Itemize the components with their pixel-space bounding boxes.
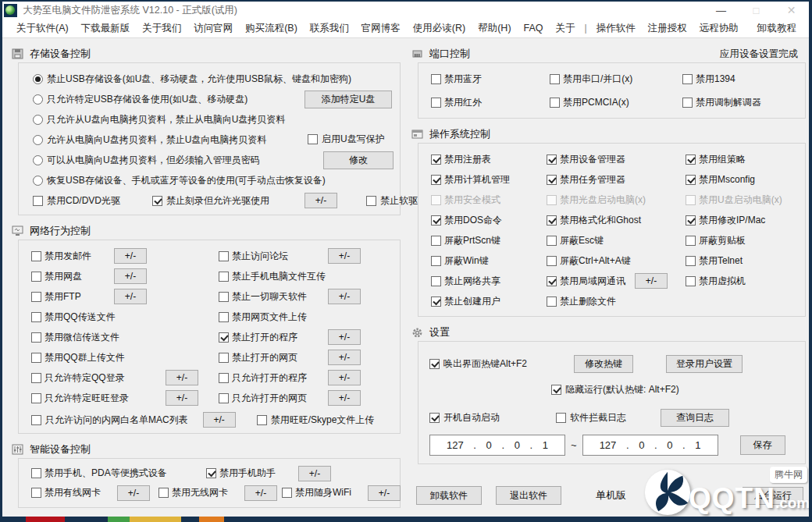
checkbox-row[interactable]: 禁用微信传送文件 bbox=[31, 330, 219, 344]
checkbox-row[interactable]: 禁用注册表 bbox=[431, 152, 547, 166]
menu-readme[interactable]: 使用必读(R) bbox=[407, 22, 472, 35]
auto-start-checkbox-row[interactable]: 开机自动启动 bbox=[429, 411, 500, 424]
checkbox[interactable] bbox=[366, 196, 376, 206]
checkbox-row[interactable]: 禁用网盘+/- bbox=[31, 269, 219, 283]
checkbox-row[interactable]: 禁用QQ群上传文件 bbox=[31, 350, 219, 364]
checkbox[interactable] bbox=[547, 195, 557, 205]
checkbox[interactable] bbox=[31, 272, 41, 282]
checkbox-row[interactable]: 禁用修改IP/Mac bbox=[686, 213, 805, 227]
radio-row-restore-devices[interactable]: 恢复USB存储设备、手机或蓝牙等设备的使用(可手动点击恢复设备) bbox=[25, 170, 394, 190]
checkbox-row[interactable]: 只允许特定旺旺登录+/- bbox=[31, 391, 219, 405]
menu-download-latest[interactable]: 下载最新版 bbox=[75, 22, 137, 35]
menu-remote-assist[interactable]: 远程协助 bbox=[693, 22, 745, 35]
checkbox-row[interactable]: 禁用组策略 bbox=[686, 152, 805, 166]
plusminus-button[interactable]: +/- bbox=[114, 248, 147, 264]
checkbox[interactable] bbox=[219, 393, 229, 403]
checkbox[interactable] bbox=[550, 74, 560, 84]
exit-software-button[interactable]: 退出软件 bbox=[496, 486, 561, 505]
checkbox-row[interactable]: 禁用手机助手+/- bbox=[206, 467, 400, 481]
checkbox[interactable] bbox=[31, 488, 41, 498]
checkbox-row[interactable]: 禁止网络共享 bbox=[431, 274, 547, 288]
checkbox[interactable] bbox=[686, 236, 696, 246]
checkbox-row[interactable]: 禁用光盘启动电脑(x) bbox=[547, 193, 686, 207]
checkbox-row[interactable]: 禁用红外 bbox=[431, 95, 550, 109]
radio-button[interactable] bbox=[33, 74, 43, 84]
usb-write-protect-row[interactable]: 启用U盘写保护 bbox=[308, 133, 385, 146]
checkbox-row[interactable]: 屏蔽Esc键 bbox=[547, 233, 686, 247]
menu-faq[interactable]: FAQ bbox=[518, 23, 550, 34]
checkbox[interactable] bbox=[431, 195, 441, 205]
checkbox-row[interactable]: 禁用虚拟机 bbox=[686, 274, 805, 288]
plusminus-button[interactable]: +/- bbox=[328, 350, 361, 365]
add-specific-usb-button[interactable]: 添加特定U盘 bbox=[304, 91, 392, 108]
checkbox-row[interactable]: 禁用1394 bbox=[682, 72, 805, 86]
checkbox[interactable] bbox=[31, 251, 41, 261]
checkbox[interactable] bbox=[551, 385, 561, 395]
checkbox-row[interactable]: 禁用Msconfig bbox=[686, 172, 805, 186]
menu-help[interactable]: 帮助(H) bbox=[472, 22, 517, 35]
checkbox-row[interactable]: 禁用格式化和Ghost bbox=[547, 213, 686, 227]
radio-row-usb-to-pc-only[interactable]: 只允许从U盘向电脑拷贝资料，禁止从电脑向U盘拷贝资料 bbox=[25, 109, 394, 130]
intercept-log-checkbox-row[interactable]: 软件拦截日志 bbox=[556, 411, 626, 424]
radio-button[interactable] bbox=[33, 176, 43, 186]
checkbox[interactable] bbox=[31, 373, 41, 383]
checkbox-row[interactable]: 禁止删除文件 bbox=[547, 294, 686, 308]
radio-button[interactable] bbox=[33, 155, 43, 165]
ip-range-end-input[interactable]: 127 . 0 . 0 . 1 bbox=[582, 435, 718, 456]
checkbox-row[interactable]: 禁用任务管理器 bbox=[547, 172, 686, 186]
radio-row-copy-with-password[interactable]: 可以从电脑向U盘拷贝资料，但必须输入管理员密码 修改 bbox=[25, 150, 394, 170]
modify-hotkey-button[interactable]: 修改热键 bbox=[574, 355, 633, 373]
menu-contact[interactable]: 联系我们 bbox=[304, 22, 355, 35]
checkbox[interactable] bbox=[31, 468, 41, 478]
checkbox[interactable] bbox=[550, 98, 560, 108]
checkbox-row[interactable]: 禁止创建用户 bbox=[431, 294, 547, 308]
plusminus-button[interactable]: +/- bbox=[328, 248, 361, 264]
checkbox[interactable] bbox=[547, 236, 557, 246]
checkbox[interactable] bbox=[219, 272, 229, 282]
hidden-run-checkbox-row[interactable]: 隐藏运行(默认热键: Alt+F2) bbox=[551, 383, 679, 396]
checkbox[interactable] bbox=[682, 74, 693, 84]
plusminus-button[interactable]: +/- bbox=[114, 289, 147, 304]
checkbox-row[interactable]: 只允许打开的程序+/- bbox=[219, 371, 400, 385]
checkbox-row[interactable]: 屏蔽Ctrl+Alt+A键 bbox=[547, 254, 686, 268]
plusminus-button[interactable]: +/- bbox=[244, 485, 277, 501]
checkbox-row[interactable]: 禁止打开的网页+/- bbox=[219, 350, 400, 364]
checkbox-row[interactable]: 禁用设备管理器 bbox=[547, 152, 686, 166]
checkbox[interactable] bbox=[31, 292, 41, 302]
checkbox[interactable] bbox=[31, 332, 41, 343]
menu-visit-site[interactable]: 访问官网 bbox=[187, 22, 239, 35]
menu-operate-software[interactable]: 操作软件 bbox=[590, 22, 642, 35]
checkbox[interactable] bbox=[257, 415, 267, 425]
checkbox-row[interactable]: 禁用串口/并口(x) bbox=[550, 72, 682, 86]
checkbox[interactable] bbox=[556, 413, 566, 423]
checkbox-row[interactable]: 屏蔽Win键 bbox=[431, 254, 547, 268]
checkbox-row[interactable]: 禁用计算机管理 bbox=[431, 172, 547, 186]
checkbox[interactable] bbox=[547, 175, 557, 185]
background-run-button[interactable]: 后台运行 bbox=[743, 487, 803, 505]
checkbox-row[interactable]: 只允许打开的网页+/- bbox=[219, 391, 400, 405]
menu-uninstall-tutorial[interactable]: 卸载教程 bbox=[753, 22, 801, 35]
checkbox-row[interactable]: 禁用FTP+/- bbox=[31, 289, 219, 304]
plusminus-button[interactable]: +/- bbox=[203, 412, 236, 428]
checkbox[interactable] bbox=[206, 468, 216, 478]
minimize-button[interactable]: — bbox=[703, 2, 739, 19]
plusminus-button[interactable]: +/- bbox=[328, 289, 361, 304]
checkbox[interactable] bbox=[219, 312, 229, 322]
checkbox-row[interactable]: 禁用QQ传送文件 bbox=[31, 310, 219, 324]
radio-row-forbid-usb[interactable]: 禁止USB存储设备(如U盘、移动硬盘，允许使用USB鼠标、键盘和加密狗) bbox=[25, 69, 394, 89]
checkbox[interactable] bbox=[31, 393, 41, 403]
menu-blog[interactable]: 官网博客 bbox=[355, 22, 407, 35]
checkbox-row[interactable]: 禁用手机、PDA等便携式设备 bbox=[31, 467, 206, 481]
checkbox[interactable] bbox=[547, 297, 557, 307]
checkbox-row[interactable]: 禁用U盘启动电脑(x) bbox=[686, 193, 805, 207]
checkbox-row[interactable]: 只允许特定QQ登录+/- bbox=[31, 371, 219, 385]
checkbox-row[interactable]: 屏蔽剪贴板 bbox=[686, 233, 805, 247]
checkbox[interactable] bbox=[429, 413, 440, 423]
checkbox[interactable] bbox=[219, 373, 229, 383]
checkbox[interactable] bbox=[686, 175, 696, 185]
checkbox-row[interactable]: 禁用Telnet bbox=[686, 254, 805, 268]
checkbox[interactable] bbox=[431, 297, 441, 307]
checkbox-row[interactable]: 禁用DOS命令 bbox=[431, 213, 547, 227]
menu-about-us[interactable]: 关于我们 bbox=[136, 22, 187, 35]
checkbox-row[interactable]: 禁用发邮件+/- bbox=[31, 249, 219, 263]
